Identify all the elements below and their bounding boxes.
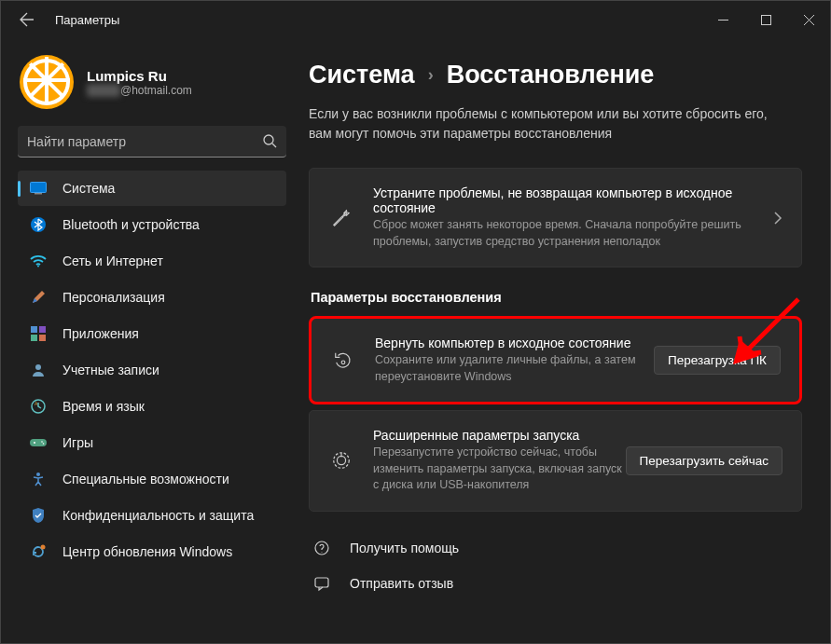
bluetooth-icon [29, 215, 48, 234]
nav-label: Центр обновления Windows [62, 544, 232, 559]
svg-point-5 [37, 266, 39, 267]
wifi-icon [29, 252, 48, 270]
feedback-label: Отправить отзыв [350, 576, 453, 591]
breadcrumb-parent[interactable]: Система [309, 61, 415, 89]
nav-label: Специальные возможности [62, 472, 229, 486]
reset-pc-card: Вернуть компьютер в исходное состояние С… [309, 316, 802, 404]
close-button[interactable] [787, 1, 830, 38]
svg-rect-22 [315, 578, 328, 587]
svg-point-1 [264, 135, 273, 144]
advanced-startup-card: Расширенные параметры запуска Перезапуст… [309, 410, 802, 512]
nav-item-apps[interactable]: Приложения [18, 316, 286, 351]
feedback-link[interactable]: Отправить отзыв [309, 566, 802, 601]
reset-desc: Сохраните или удалите личные файлы, а за… [375, 352, 654, 385]
svg-rect-8 [31, 335, 37, 341]
svg-point-15 [41, 441, 43, 443]
wrench-icon [328, 208, 354, 228]
search-box[interactable] [18, 126, 286, 158]
nav-item-update[interactable]: Центр обновления Windows [18, 534, 286, 569]
advanced-title: Расширенные параметры запуска [373, 428, 626, 443]
reset-icon [330, 350, 356, 371]
get-help-link[interactable]: Получить помощь [309, 530, 802, 566]
nav-label: Приложения [62, 326, 139, 341]
svg-point-16 [43, 443, 45, 445]
nav-item-account[interactable]: Учетные записи [18, 352, 286, 388]
nav-item-privacy[interactable]: Конфиденциальность и защита [18, 498, 286, 533]
restart-now-button[interactable]: Перезагрузить сейчас [626, 446, 783, 475]
system-icon [29, 179, 48, 198]
chevron-right-icon [773, 212, 783, 225]
troubleshoot-title: Устраните проблемы, не возвращая компьют… [373, 185, 762, 215]
nav-item-system[interactable]: Система [18, 171, 286, 206]
svg-rect-7 [39, 326, 46, 333]
advanced-icon [328, 450, 354, 471]
svg-point-19 [341, 361, 345, 364]
profile-email: xxxxxx@hotmail.com [87, 84, 192, 97]
troubleshoot-desc: Сброс может занять некоторое время. Снач… [373, 217, 762, 250]
section-title: Параметры восстановления [311, 290, 802, 305]
intro-text: Если у вас возникли проблемы с компьютер… [309, 104, 775, 144]
svg-rect-13 [30, 439, 47, 446]
account-icon [29, 361, 48, 379]
accessibility-icon [29, 470, 48, 488]
minimize-button[interactable] [701, 1, 744, 38]
advanced-desc: Перезапустите устройство сейчас, чтобы и… [373, 445, 626, 494]
privacy-icon [29, 506, 48, 525]
svg-rect-9 [39, 335, 46, 341]
brush-icon [29, 288, 48, 307]
svg-rect-3 [35, 193, 42, 195]
troubleshoot-card[interactable]: Устраните проблемы, не возвращая компьют… [309, 168, 802, 267]
nav-label: Учетные записи [62, 363, 159, 377]
nav-label: Время и язык [62, 399, 145, 414]
profile-name: Lumpics Ru [87, 68, 192, 84]
get-help-label: Получить помощь [350, 541, 459, 555]
help-icon [311, 540, 333, 556]
nav-item-bluetooth[interactable]: Bluetooth и устройства [18, 207, 286, 242]
search-icon [263, 134, 277, 148]
svg-rect-2 [31, 183, 47, 193]
svg-rect-0 [761, 15, 770, 24]
nav-label: Система [62, 181, 115, 196]
svg-point-10 [35, 364, 41, 370]
nav-item-brush[interactable]: Персонализация [18, 280, 286, 315]
update-icon [29, 542, 48, 561]
nav-item-wifi[interactable]: Сеть и Интернет [18, 243, 286, 279]
nav-item-games[interactable]: Игры [18, 425, 286, 460]
feedback-icon [311, 575, 333, 592]
nav-item-time[interactable]: AВремя и язык [18, 389, 286, 424]
nav-label: Персонализация [62, 290, 165, 305]
maximize-button[interactable] [744, 1, 787, 38]
window-title: Параметры [55, 13, 119, 27]
reset-title: Вернуть компьютер в исходное состояние [375, 336, 654, 350]
nav-label: Конфиденциальность и защита [62, 508, 254, 523]
back-button[interactable] [16, 8, 38, 31]
nav-item-accessibility[interactable]: Специальные возможности [18, 461, 286, 497]
reset-pc-button[interactable]: Перезагрузка ПК [654, 346, 781, 375]
svg-point-14 [34, 442, 35, 444]
svg-point-18 [41, 545, 46, 550]
svg-point-17 [36, 473, 40, 476]
search-input[interactable] [27, 134, 263, 149]
nav-label: Bluetooth и устройства [62, 217, 200, 232]
breadcrumb: Система › Восстановление [309, 61, 802, 89]
chevron-right-icon: › [428, 65, 434, 85]
games-icon [29, 433, 48, 452]
avatar [20, 55, 74, 109]
svg-rect-6 [31, 326, 37, 333]
nav-label: Сеть и Интернет [62, 253, 163, 268]
time-icon: A [29, 397, 48, 416]
nav-label: Игры [62, 435, 93, 450]
profile-block[interactable]: Lumpics Ru xxxxxx@hotmail.com [12, 48, 292, 126]
apps-icon [29, 324, 48, 343]
breadcrumb-current: Восстановление [447, 61, 655, 89]
